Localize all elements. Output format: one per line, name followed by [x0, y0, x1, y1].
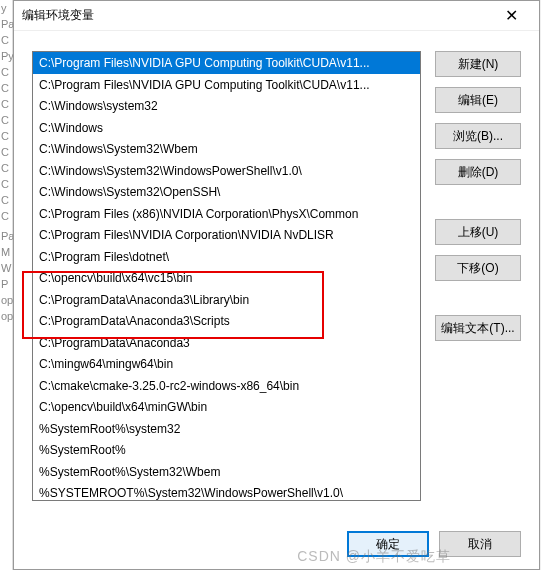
list-item[interactable]: C:\Program Files\NVIDIA GPU Computing To…: [33, 74, 420, 96]
list-item[interactable]: C:\Windows\System32\OpenSSH\: [33, 181, 420, 203]
list-item[interactable]: C:\opencv\build\x64\vc15\bin: [33, 267, 420, 289]
dialog-footer: 确定 取消: [347, 531, 521, 557]
ok-button[interactable]: 确定: [347, 531, 429, 557]
list-item[interactable]: C:\Windows: [33, 117, 420, 139]
moveup-button[interactable]: 上移(U): [435, 219, 521, 245]
path-listbox[interactable]: C:\Program Files\NVIDIA GPU Computing To…: [32, 51, 421, 501]
list-item[interactable]: C:\Program Files\NVIDIA Corporation\NVID…: [33, 224, 420, 246]
list-item[interactable]: %SystemRoot%\system32: [33, 418, 420, 440]
edit-button[interactable]: 编辑(E): [435, 87, 521, 113]
list-item[interactable]: C:\Program Files\dotnet\: [33, 246, 420, 268]
list-item[interactable]: C:\mingw64\mingw64\bin: [33, 353, 420, 375]
list-item[interactable]: C:\ProgramData\Anaconda3: [33, 332, 420, 354]
titlebar: 编辑环境变量 ✕: [14, 1, 539, 31]
dialog-content: C:\Program Files\NVIDIA GPU Computing To…: [14, 31, 539, 511]
list-item[interactable]: %SYSTEMROOT%\System32\WindowsPowerShell\…: [33, 482, 420, 501]
list-item[interactable]: %SystemRoot%\System32\Wbem: [33, 461, 420, 483]
list-item[interactable]: %SystemRoot%: [33, 439, 420, 461]
list-item[interactable]: C:\Windows\System32\WindowsPowerShell\v1…: [33, 160, 420, 182]
list-item[interactable]: C:\Program Files\NVIDIA GPU Computing To…: [33, 52, 420, 74]
new-button[interactable]: 新建(N): [435, 51, 521, 77]
list-item[interactable]: C:\opencv\build\x64\minGW\bin: [33, 396, 420, 418]
list-item[interactable]: C:\cmake\cmake-3.25.0-rc2-windows-x86_64…: [33, 375, 420, 397]
side-buttons: 新建(N) 编辑(E) 浏览(B)... 删除(D) 上移(U) 下移(O) 编…: [435, 51, 521, 501]
close-button[interactable]: ✕: [491, 2, 531, 30]
close-icon: ✕: [505, 6, 518, 25]
cancel-button[interactable]: 取消: [439, 531, 521, 557]
list-item[interactable]: C:\Windows\System32\Wbem: [33, 138, 420, 160]
list-item[interactable]: C:\ProgramData\Anaconda3\Scripts: [33, 310, 420, 332]
movedown-button[interactable]: 下移(O): [435, 255, 521, 281]
dialog-title: 编辑环境变量: [22, 7, 491, 24]
list-item[interactable]: C:\Program Files (x86)\NVIDIA Corporatio…: [33, 203, 420, 225]
edittext-button[interactable]: 编辑文本(T)...: [435, 315, 521, 341]
background-editor-strip: yPaCPyCCCCCCCCCCPaMWPopop: [0, 0, 13, 570]
edit-env-var-dialog: 编辑环境变量 ✕ C:\Program Files\NVIDIA GPU Com…: [13, 0, 540, 570]
list-item[interactable]: C:\Windows\system32: [33, 95, 420, 117]
delete-button[interactable]: 删除(D): [435, 159, 521, 185]
list-item[interactable]: C:\ProgramData\Anaconda3\Library\bin: [33, 289, 420, 311]
browse-button[interactable]: 浏览(B)...: [435, 123, 521, 149]
